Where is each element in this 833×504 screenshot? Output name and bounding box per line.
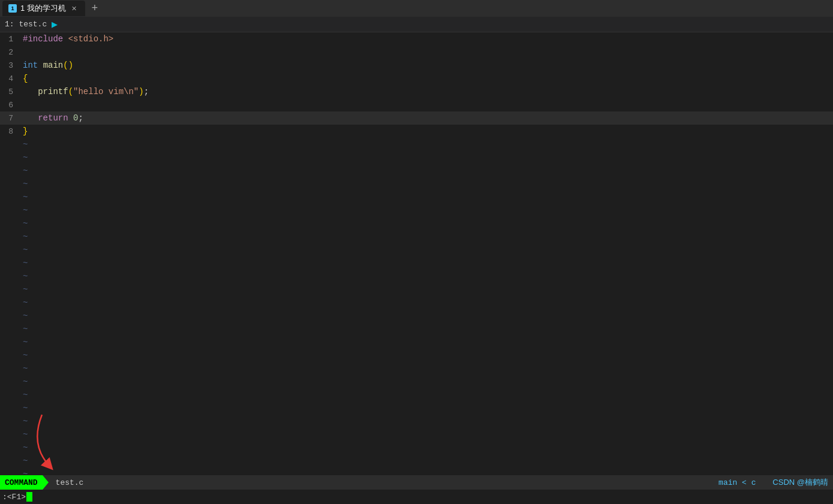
tilde-line: ~ <box>0 402 833 415</box>
tilde-line: ~ <box>0 467 833 475</box>
tilde-line: ~ <box>0 204 833 217</box>
breadcrumb-text: 1: test.c <box>5 20 47 29</box>
tilde-line: ~ <box>0 388 833 402</box>
command-cursor <box>26 492 32 502</box>
tilde-line: ~ <box>0 283 833 296</box>
line-content: int main() <box>18 61 73 70</box>
tab-title: 1 我的学习机 <box>20 3 66 14</box>
code-line: 2 <box>0 46 833 59</box>
new-tab-button[interactable]: + <box>86 1 103 16</box>
line-number: 5 <box>0 87 18 96</box>
status-bar: COMMAND test.c main < c CSDN @楠鹤晴 <box>0 475 833 490</box>
breadcrumb-bar: 1: test.c ▶ <box>0 17 833 32</box>
mode-arrow <box>43 475 49 490</box>
mode-indicator: COMMAND <box>0 475 43 490</box>
breadcrumb-item: 1: test.c ▶ <box>5 20 58 29</box>
csdn-credit: CSDN @楠鹤晴 <box>772 478 828 487</box>
line-content: } <box>18 126 28 136</box>
tilde-line: ~ <box>0 309 833 322</box>
tilde-line: ~ <box>0 243 833 256</box>
breadcrumb-arrow: ▶ <box>52 20 58 29</box>
tab-favicon: 1 <box>8 4 17 13</box>
command-text: :<F1> <box>2 493 26 502</box>
line-content: { <box>18 74 28 83</box>
tab-close-button[interactable]: ✕ <box>70 4 79 13</box>
tilde-line: ~ <box>0 428 833 441</box>
code-line: 4{ <box>0 72 833 85</box>
code-line: 1#include <stdio.h> <box>0 32 833 46</box>
code-line: 6 <box>0 98 833 111</box>
tilde-line: ~ <box>0 415 833 428</box>
tilde-line: ~ <box>0 296 833 309</box>
tilde-line: ~ <box>0 177 833 191</box>
code-line: 3int main() <box>0 59 833 72</box>
line-content: return 0; <box>18 113 83 123</box>
line-number: 6 <box>0 101 18 110</box>
tilde-line: ~ <box>0 322 833 336</box>
line-number: 3 <box>0 61 18 70</box>
tilde-line: ~ <box>0 349 833 362</box>
tilde-line: ~ <box>0 217 833 230</box>
active-tab[interactable]: 1 1 我的学习机 ✕ <box>2 1 85 16</box>
code-line: 8} <box>0 125 833 138</box>
tilde-line: ~ <box>0 454 833 467</box>
tilde-line: ~ <box>0 256 833 270</box>
tilde-line: ~ <box>0 336 833 349</box>
tilde-line: ~ <box>0 362 833 375</box>
line-number: 1 <box>0 35 18 44</box>
tilde-line: ~ <box>0 138 833 151</box>
file-info: main < c <box>718 478 756 487</box>
line-number: 2 <box>0 48 18 57</box>
tilde-line: ~ <box>0 164 833 177</box>
status-filename: test.c <box>49 478 91 487</box>
editor-area[interactable]: 1#include <stdio.h>23int main()4{5 print… <box>0 32 833 475</box>
tilde-line: ~ <box>0 441 833 454</box>
status-right: main < c CSDN @楠鹤晴 <box>718 477 833 488</box>
tab-bar: 1 1 我的学习机 ✕ + <box>0 0 833 17</box>
line-number: 7 <box>0 114 18 123</box>
status-left: COMMAND test.c <box>0 475 91 490</box>
line-number: 8 <box>0 127 18 136</box>
tilde-line: ~ <box>0 375 833 388</box>
line-content: printf("hello vim\n"); <box>18 87 149 96</box>
code-line: 7 return 0; <box>0 111 833 125</box>
code-line: 5 printf("hello vim\n"); <box>0 85 833 98</box>
command-line: :<F1> <box>0 490 833 504</box>
line-number: 4 <box>0 74 18 83</box>
tilde-line: ~ <box>0 151 833 164</box>
line-content: #include <stdio.h> <box>18 34 113 44</box>
tilde-line: ~ <box>0 270 833 283</box>
tilde-line: ~ <box>0 230 833 243</box>
tilde-line: ~ <box>0 191 833 204</box>
